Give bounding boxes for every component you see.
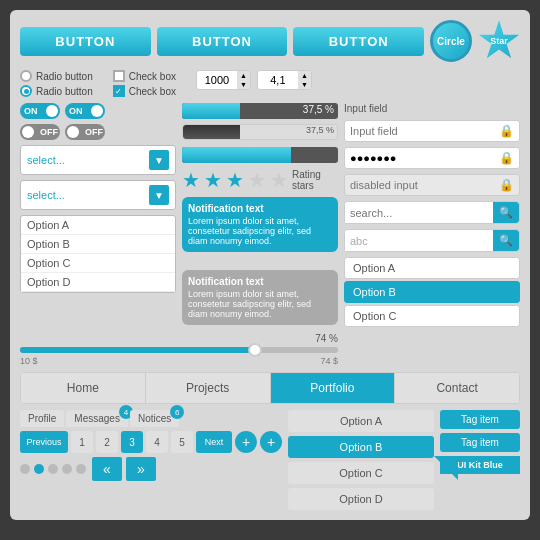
tag-item-2[interactable]: Tag item [440, 433, 520, 452]
button-2[interactable]: BUTTON [157, 27, 288, 56]
page-3[interactable]: 3 [121, 431, 143, 453]
toggle-label-on-2: ON [69, 106, 83, 116]
check-label-1: Check box [129, 71, 176, 82]
spinner-input-1[interactable] [197, 74, 237, 86]
spinner-btns-2: ▲ ▼ [298, 71, 311, 89]
star-4[interactable]: ★ [248, 168, 266, 192]
check-item-2[interactable]: Check box [113, 85, 176, 97]
center-option-b[interactable]: Option B [288, 436, 434, 458]
lock-icon-3: 🔒 [494, 175, 519, 195]
arrow-left[interactable]: « [92, 457, 122, 481]
star-1[interactable]: ★ [182, 168, 200, 192]
notif-title: Notification text [188, 203, 332, 214]
search-input-1[interactable] [345, 203, 493, 223]
input-password[interactable] [345, 148, 494, 168]
page-1[interactable]: 1 [71, 431, 93, 453]
dots-row [20, 464, 86, 474]
toggle-on-1[interactable]: ON [20, 103, 60, 119]
dropdown-item-d[interactable]: Option D [21, 273, 175, 292]
sub-tab-profile[interactable]: Profile [20, 410, 64, 427]
lock-icon-1: 🔒 [494, 121, 519, 141]
nav-tab-home[interactable]: Home [21, 373, 146, 403]
search-btn-2[interactable]: 🔍 [493, 230, 519, 251]
star-badge[interactable] [478, 20, 520, 62]
check-box-1[interactable] [113, 70, 125, 82]
radio-label-1: Radio button [36, 71, 93, 82]
button-3[interactable]: BUTTON [293, 27, 424, 56]
toggle-on-2[interactable]: ON [65, 103, 105, 119]
radio-item-1[interactable]: Radio button [20, 70, 93, 82]
toggle-knob-off-2 [67, 126, 79, 138]
center-option-d[interactable]: Option D [288, 488, 434, 510]
add-page[interactable]: + [235, 431, 257, 453]
nav-tab-projects[interactable]: Projects [146, 373, 271, 403]
select-1[interactable]: select... ▼ [20, 145, 176, 175]
arrow-dots-row: « » [20, 457, 282, 481]
dropdown-item-b[interactable]: Option B [21, 235, 175, 254]
spinner-up-2[interactable]: ▲ [298, 71, 311, 80]
button-1[interactable]: BUTTON [20, 27, 151, 56]
spinner-2[interactable]: ▲ ▼ [257, 70, 312, 90]
spinner-up-1[interactable]: ▲ [237, 71, 250, 80]
dot-1[interactable] [20, 464, 30, 474]
toggle-off-2[interactable]: OFF [65, 124, 105, 140]
radio-dot-1[interactable] [20, 70, 32, 82]
arrow-nav: « » [92, 457, 156, 481]
slider-track[interactable] [20, 347, 338, 353]
dropdown-list: Option A Option B Option C Option D [20, 215, 176, 293]
slider-labels: 10 $ 74 $ [20, 356, 338, 366]
option-col3-c[interactable]: Option C [344, 305, 520, 327]
spinner-1[interactable]: ▲ ▼ [196, 70, 251, 90]
notification-box-blue: Notification text Lorem ipsum dolor sit … [182, 197, 338, 252]
radio-label-2: Radio button [36, 86, 93, 97]
select-arrow-1: ▼ [149, 150, 169, 170]
star-2[interactable]: ★ [204, 168, 222, 192]
slider-thumb[interactable] [248, 343, 262, 357]
star-3[interactable]: ★ [226, 168, 244, 192]
toggle-off-1[interactable]: OFF [20, 124, 60, 140]
page-5[interactable]: 5 [171, 431, 193, 453]
toggle-knob-on-1 [46, 105, 58, 117]
spinner-down-1[interactable]: ▼ [237, 80, 250, 89]
option-col3-a[interactable]: Option A [344, 257, 520, 279]
bottom-row: Profile Messages 4 Notices 6 Previous 1 … [20, 410, 520, 510]
dot-4[interactable] [62, 464, 72, 474]
check-item-1[interactable]: Check box [113, 70, 176, 82]
spinner-input-2[interactable] [258, 74, 298, 86]
slider-min: 10 $ [20, 356, 38, 366]
search-btn-1[interactable]: 🔍 [493, 202, 519, 223]
check-box-2[interactable] [113, 85, 125, 97]
progress-fill-2 [183, 125, 240, 139]
tag-item-1[interactable]: Tag item [440, 410, 520, 429]
dropdown-item-c[interactable]: Option C [21, 254, 175, 273]
progress-bar-3 [182, 147, 338, 163]
add-page-2[interactable]: + [260, 431, 282, 453]
sub-tab-messages[interactable]: Messages 4 [66, 410, 128, 427]
select-2[interactable]: select... ▼ [20, 180, 176, 210]
spinner-down-2[interactable]: ▼ [298, 80, 311, 89]
option-col3-b[interactable]: Option B [344, 281, 520, 303]
nav-tab-contact[interactable]: Contact [395, 373, 519, 403]
pagination-next[interactable]: Next [196, 431, 232, 453]
star-5[interactable]: ★ [270, 168, 288, 192]
dot-3[interactable] [48, 464, 58, 474]
dropdown-item-a[interactable]: Option A [21, 216, 175, 235]
center-option-a[interactable]: Option A [288, 410, 434, 432]
toggle-label-on-1: ON [24, 106, 38, 116]
radio-item-2[interactable]: Radio button [20, 85, 93, 97]
sub-tab-notices[interactable]: Notices 6 [130, 410, 179, 427]
page-4[interactable]: 4 [146, 431, 168, 453]
arrow-right[interactable]: » [126, 457, 156, 481]
pagination-prev[interactable]: Previous [20, 431, 68, 453]
nav-tab-portfolio[interactable]: Portfolio [271, 373, 396, 403]
page-2[interactable]: 2 [96, 431, 118, 453]
dot-2[interactable] [34, 464, 44, 474]
circle-badge[interactable]: Circle [430, 20, 472, 62]
dot-5[interactable] [76, 464, 86, 474]
slider-max: 74 $ [320, 356, 338, 366]
center-option-c[interactable]: Option C [288, 462, 434, 484]
input-text[interactable] [345, 121, 494, 141]
toggle-knob-off-1 [22, 126, 34, 138]
radio-dot-2[interactable] [20, 85, 32, 97]
search-input-2[interactable] [345, 231, 493, 251]
